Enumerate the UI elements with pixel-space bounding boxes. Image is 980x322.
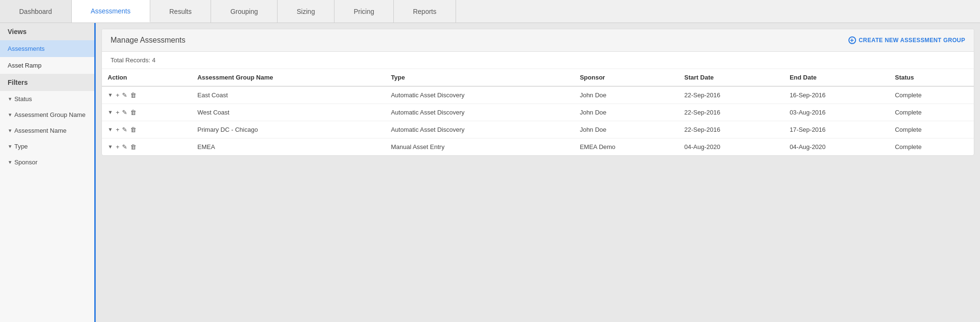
content-area: Manage Assessments + CREATE NEW ASSESSME… [96, 23, 980, 322]
filter-item-assessment-name[interactable]: ▼ Assessment Name [0, 123, 94, 138]
cell-status-1: Complete [889, 104, 974, 121]
sidebar-filters: ▼ Status▼ Assessment Group Name▼ Assessm… [0, 91, 94, 170]
manage-title: Manage Assessments [111, 36, 186, 45]
filter-chevron-assessment-group-name: ▼ [8, 112, 12, 117]
filter-label-assessment-name: Assessment Name [14, 127, 67, 134]
cell-endDate-3: 04-Aug-2020 [784, 138, 889, 156]
cell-status-0: Complete [889, 86, 974, 104]
action-icons-0: ▼ + ✎ 🗑 [108, 92, 186, 98]
filter-label-type: Type [14, 143, 28, 150]
action-cell-3: ▼ + ✎ 🗑 [102, 138, 191, 156]
action-cell-0: ▼ + ✎ 🗑 [102, 86, 191, 104]
cell-endDate-2: 17-Sep-2016 [784, 121, 889, 138]
cell-startDate-3: 04-Aug-2020 [679, 138, 784, 156]
filter-chevron-status: ▼ [8, 96, 12, 102]
col-header-action: Action [102, 69, 191, 86]
sidebar-item-assessments[interactable]: Assessments [0, 40, 94, 57]
manage-header: Manage Assessments + CREATE NEW ASSESSME… [102, 29, 974, 52]
tab-dashboard[interactable]: Dashboard [0, 0, 72, 23]
row-delete-1[interactable]: 🗑 [130, 109, 136, 115]
row-add-0[interactable]: + [116, 92, 120, 98]
cell-sponsor-0: John Doe [574, 86, 679, 104]
filter-label-sponsor: Sponsor [14, 159, 37, 166]
create-plus-icon: + [848, 36, 856, 44]
col-header-sponsor: Sponsor [574, 69, 679, 86]
col-header-startDate: Start Date [679, 69, 784, 86]
row-edit-2[interactable]: ✎ [122, 126, 127, 133]
filter-item-type[interactable]: ▼ Type [0, 138, 94, 154]
table-row: ▼ + ✎ 🗑 West CoastAutomatic Asset Discov… [102, 104, 974, 121]
col-header-endDate: End Date [784, 69, 889, 86]
tab-grouping[interactable]: Grouping [211, 0, 278, 23]
top-navigation: DashboardAssessmentsResultsGroupingSizin… [0, 0, 980, 23]
cell-type-3: Manual Asset Entry [385, 138, 574, 156]
create-button-label: CREATE NEW ASSESSMENT GROUP [859, 37, 965, 44]
tab-pricing[interactable]: Pricing [334, 0, 394, 23]
row-edit-3[interactable]: ✎ [122, 144, 127, 150]
manage-panel: Manage Assessments + CREATE NEW ASSESSME… [101, 29, 974, 156]
cell-type-0: Automatic Asset Discovery [385, 86, 574, 104]
cell-startDate-0: 22-Sep-2016 [679, 86, 784, 104]
cell-endDate-1: 03-Aug-2016 [784, 104, 889, 121]
cell-name-1: West Coast [191, 104, 385, 121]
action-icons-3: ▼ + ✎ 🗑 [108, 144, 186, 150]
cell-type-2: Automatic Asset Discovery [385, 121, 574, 138]
filter-chevron-type: ▼ [8, 144, 12, 149]
cell-status-2: Complete [889, 121, 974, 138]
action-cell-2: ▼ + ✎ 🗑 [102, 121, 191, 138]
row-chevron-0[interactable]: ▼ [108, 92, 113, 98]
filter-item-status[interactable]: ▼ Status [0, 91, 94, 107]
row-add-1[interactable]: + [116, 109, 120, 115]
tab-results[interactable]: Results [150, 0, 212, 23]
filter-item-sponsor[interactable]: ▼ Sponsor [0, 154, 94, 170]
row-edit-1[interactable]: ✎ [122, 109, 127, 115]
row-add-3[interactable]: + [116, 144, 120, 150]
sidebar-item-asset-ramp[interactable]: Asset Ramp [0, 57, 94, 74]
main-layout: Views AssessmentsAsset Ramp Filters ▼ St… [0, 23, 980, 322]
total-records: Total Records: 4 [102, 52, 974, 69]
cell-name-3: EMEA [191, 138, 385, 156]
cell-sponsor-3: EMEA Demo [574, 138, 679, 156]
cell-startDate-2: 22-Sep-2016 [679, 121, 784, 138]
row-delete-2[interactable]: 🗑 [130, 126, 136, 133]
tab-sizing[interactable]: Sizing [278, 0, 334, 23]
cell-startDate-1: 22-Sep-2016 [679, 104, 784, 121]
filters-section-title: Filters [0, 74, 94, 91]
action-icons-1: ▼ + ✎ 🗑 [108, 109, 186, 115]
filter-item-assessment-group-name[interactable]: ▼ Assessment Group Name [0, 107, 94, 123]
col-header-type: Type [385, 69, 574, 86]
cell-name-0: East Coast [191, 86, 385, 104]
cell-sponsor-1: John Doe [574, 104, 679, 121]
cell-type-1: Automatic Asset Discovery [385, 104, 574, 121]
action-cell-1: ▼ + ✎ 🗑 [102, 104, 191, 121]
filter-chevron-assessment-name: ▼ [8, 128, 12, 133]
row-add-2[interactable]: + [116, 126, 120, 133]
views-section-title: Views [0, 23, 94, 40]
row-delete-0[interactable]: 🗑 [130, 92, 136, 98]
col-header-status: Status [889, 69, 974, 86]
filter-label-assessment-group-name: Assessment Group Name [14, 111, 86, 118]
table-header: ActionAssessment Group NameTypeSponsorSt… [102, 69, 974, 86]
action-icons-2: ▼ + ✎ 🗑 [108, 126, 186, 133]
row-chevron-2[interactable]: ▼ [108, 127, 113, 132]
cell-status-3: Complete [889, 138, 974, 156]
table-body: ▼ + ✎ 🗑 East CoastAutomatic Asset Discov… [102, 86, 974, 155]
filter-chevron-sponsor: ▼ [8, 160, 12, 165]
create-assessment-group-button[interactable]: + CREATE NEW ASSESSMENT GROUP [848, 36, 965, 44]
col-header-name: Assessment Group Name [191, 69, 385, 86]
row-chevron-1[interactable]: ▼ [108, 110, 113, 115]
cell-sponsor-2: John Doe [574, 121, 679, 138]
cell-name-2: Primary DC - Chicago [191, 121, 385, 138]
table-row: ▼ + ✎ 🗑 Primary DC - ChicagoAutomatic As… [102, 121, 974, 138]
filter-label-status: Status [14, 95, 32, 103]
sidebar-views: AssessmentsAsset Ramp [0, 40, 94, 74]
assessment-table: ActionAssessment Group NameTypeSponsorSt… [102, 69, 974, 155]
table-row: ▼ + ✎ 🗑 East CoastAutomatic Asset Discov… [102, 86, 974, 104]
sidebar: Views AssessmentsAsset Ramp Filters ▼ St… [0, 23, 96, 322]
row-chevron-3[interactable]: ▼ [108, 144, 113, 150]
row-delete-3[interactable]: 🗑 [130, 144, 136, 150]
tab-assessments[interactable]: Assessments [72, 0, 150, 23]
cell-endDate-0: 16-Sep-2016 [784, 86, 889, 104]
row-edit-0[interactable]: ✎ [122, 92, 127, 98]
tab-reports[interactable]: Reports [394, 0, 456, 23]
